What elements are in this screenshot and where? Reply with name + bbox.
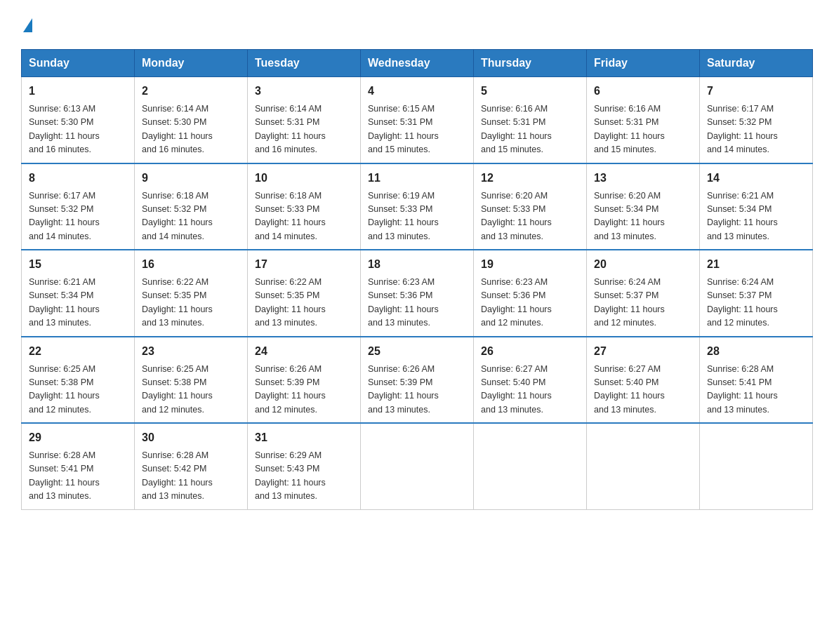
day-info: Sunrise: 6:22 AMSunset: 5:35 PMDaylight:… <box>142 276 240 330</box>
header-friday: Friday <box>587 50 700 77</box>
calendar-day-cell: 11 Sunrise: 6:19 AMSunset: 5:33 PMDaylig… <box>361 163 474 250</box>
day-number: 11 <box>368 170 466 187</box>
day-number: 5 <box>481 83 579 100</box>
day-number: 4 <box>368 83 466 100</box>
calendar-day-cell: 31 Sunrise: 6:29 AMSunset: 5:43 PMDaylig… <box>248 423 361 509</box>
calendar-day-cell <box>587 423 700 509</box>
day-info: Sunrise: 6:28 AMSunset: 5:41 PMDaylight:… <box>707 363 805 417</box>
day-info: Sunrise: 6:24 AMSunset: 5:37 PMDaylight:… <box>707 276 805 330</box>
day-info: Sunrise: 6:21 AMSunset: 5:34 PMDaylight:… <box>707 189 805 244</box>
calendar-day-cell: 12 Sunrise: 6:20 AMSunset: 5:33 PMDaylig… <box>474 163 587 250</box>
header-monday: Monday <box>135 50 248 77</box>
calendar-day-cell: 3 Sunrise: 6:14 AMSunset: 5:31 PMDayligh… <box>248 77 361 163</box>
calendar-day-cell: 28 Sunrise: 6:28 AMSunset: 5:41 PMDaylig… <box>700 337 813 424</box>
day-number: 27 <box>594 343 692 360</box>
calendar-week-row: 1 Sunrise: 6:13 AMSunset: 5:30 PMDayligh… <box>22 77 813 163</box>
calendar-day-cell: 15 Sunrise: 6:21 AMSunset: 5:34 PMDaylig… <box>22 250 135 337</box>
calendar-day-cell: 6 Sunrise: 6:16 AMSunset: 5:31 PMDayligh… <box>587 77 700 163</box>
calendar-day-cell: 10 Sunrise: 6:18 AMSunset: 5:33 PMDaylig… <box>248 163 361 250</box>
day-number: 23 <box>142 343 240 360</box>
header-sunday: Sunday <box>22 50 135 77</box>
calendar-day-cell: 23 Sunrise: 6:25 AMSunset: 5:38 PMDaylig… <box>135 337 248 424</box>
header-wednesday: Wednesday <box>361 50 474 77</box>
day-number: 6 <box>594 83 692 100</box>
calendar-day-cell: 29 Sunrise: 6:28 AMSunset: 5:41 PMDaylig… <box>22 423 135 509</box>
day-info: Sunrise: 6:13 AMSunset: 5:30 PMDaylight:… <box>29 102 127 157</box>
header-saturday: Saturday <box>700 50 813 77</box>
day-info: Sunrise: 6:20 AMSunset: 5:34 PMDaylight:… <box>594 189 692 244</box>
day-info: Sunrise: 6:16 AMSunset: 5:31 PMDaylight:… <box>594 102 692 157</box>
day-number: 25 <box>368 343 466 360</box>
day-number: 17 <box>255 256 353 273</box>
header-thursday: Thursday <box>474 50 587 77</box>
day-info: Sunrise: 6:24 AMSunset: 5:37 PMDaylight:… <box>594 276 692 330</box>
day-info: Sunrise: 6:28 AMSunset: 5:41 PMDaylight:… <box>29 449 127 504</box>
calendar-day-cell: 4 Sunrise: 6:15 AMSunset: 5:31 PMDayligh… <box>361 77 474 163</box>
calendar-day-cell: 1 Sunrise: 6:13 AMSunset: 5:30 PMDayligh… <box>22 77 135 163</box>
calendar-day-cell: 9 Sunrise: 6:18 AMSunset: 5:32 PMDayligh… <box>135 163 248 250</box>
calendar-week-row: 8 Sunrise: 6:17 AMSunset: 5:32 PMDayligh… <box>22 163 813 250</box>
calendar-week-row: 29 Sunrise: 6:28 AMSunset: 5:41 PMDaylig… <box>22 423 813 509</box>
day-info: Sunrise: 6:21 AMSunset: 5:34 PMDaylight:… <box>29 276 127 330</box>
day-number: 1 <box>29 83 127 100</box>
calendar-day-cell: 27 Sunrise: 6:27 AMSunset: 5:40 PMDaylig… <box>587 337 700 424</box>
calendar-day-cell: 17 Sunrise: 6:22 AMSunset: 5:35 PMDaylig… <box>248 250 361 337</box>
day-number: 29 <box>29 429 127 446</box>
day-info: Sunrise: 6:19 AMSunset: 5:33 PMDaylight:… <box>368 189 466 244</box>
day-info: Sunrise: 6:16 AMSunset: 5:31 PMDaylight:… <box>481 102 579 157</box>
day-info: Sunrise: 6:18 AMSunset: 5:32 PMDaylight:… <box>142 189 240 244</box>
calendar-day-cell: 16 Sunrise: 6:22 AMSunset: 5:35 PMDaylig… <box>135 250 248 337</box>
calendar-day-cell: 20 Sunrise: 6:24 AMSunset: 5:37 PMDaylig… <box>587 250 700 337</box>
day-info: Sunrise: 6:27 AMSunset: 5:40 PMDaylight:… <box>481 363 579 417</box>
day-info: Sunrise: 6:22 AMSunset: 5:35 PMDaylight:… <box>255 276 353 330</box>
day-number: 26 <box>481 343 579 360</box>
calendar-day-cell: 24 Sunrise: 6:26 AMSunset: 5:39 PMDaylig… <box>248 337 361 424</box>
day-info: Sunrise: 6:17 AMSunset: 5:32 PMDaylight:… <box>707 102 805 157</box>
day-info: Sunrise: 6:14 AMSunset: 5:30 PMDaylight:… <box>142 102 240 157</box>
calendar-day-cell: 2 Sunrise: 6:14 AMSunset: 5:30 PMDayligh… <box>135 77 248 163</box>
calendar-day-cell <box>474 423 587 509</box>
calendar-day-cell: 30 Sunrise: 6:28 AMSunset: 5:42 PMDaylig… <box>135 423 248 509</box>
day-number: 13 <box>594 170 692 187</box>
day-number: 3 <box>255 83 353 100</box>
calendar-week-row: 22 Sunrise: 6:25 AMSunset: 5:38 PMDaylig… <box>22 337 813 424</box>
day-number: 21 <box>707 256 805 273</box>
day-number: 24 <box>255 343 353 360</box>
day-info: Sunrise: 6:15 AMSunset: 5:31 PMDaylight:… <box>368 102 466 157</box>
calendar-day-cell <box>700 423 813 509</box>
calendar-header-row: SundayMondayTuesdayWednesdayThursdayFrid… <box>22 50 813 77</box>
day-number: 15 <box>29 256 127 273</box>
logo <box>21 14 32 35</box>
day-number: 8 <box>29 170 127 187</box>
day-number: 9 <box>142 170 240 187</box>
calendar-day-cell: 26 Sunrise: 6:27 AMSunset: 5:40 PMDaylig… <box>474 337 587 424</box>
calendar-day-cell: 8 Sunrise: 6:17 AMSunset: 5:32 PMDayligh… <box>22 163 135 250</box>
day-number: 14 <box>707 170 805 187</box>
calendar-week-row: 15 Sunrise: 6:21 AMSunset: 5:34 PMDaylig… <box>22 250 813 337</box>
day-number: 10 <box>255 170 353 187</box>
calendar-table: SundayMondayTuesdayWednesdayThursdayFrid… <box>21 49 813 510</box>
page-header <box>21 14 813 35</box>
day-info: Sunrise: 6:23 AMSunset: 5:36 PMDaylight:… <box>368 276 466 330</box>
calendar-day-cell <box>361 423 474 509</box>
day-number: 16 <box>142 256 240 273</box>
day-info: Sunrise: 6:17 AMSunset: 5:32 PMDaylight:… <box>29 189 127 244</box>
day-number: 2 <box>142 83 240 100</box>
day-info: Sunrise: 6:25 AMSunset: 5:38 PMDaylight:… <box>142 363 240 417</box>
day-number: 18 <box>368 256 466 273</box>
calendar-day-cell: 13 Sunrise: 6:20 AMSunset: 5:34 PMDaylig… <box>587 163 700 250</box>
calendar-day-cell: 21 Sunrise: 6:24 AMSunset: 5:37 PMDaylig… <box>700 250 813 337</box>
day-number: 22 <box>29 343 127 360</box>
day-number: 28 <box>707 343 805 360</box>
day-number: 12 <box>481 170 579 187</box>
day-number: 7 <box>707 83 805 100</box>
day-info: Sunrise: 6:23 AMSunset: 5:36 PMDaylight:… <box>481 276 579 330</box>
calendar-day-cell: 18 Sunrise: 6:23 AMSunset: 5:36 PMDaylig… <box>361 250 474 337</box>
calendar-day-cell: 14 Sunrise: 6:21 AMSunset: 5:34 PMDaylig… <box>700 163 813 250</box>
day-info: Sunrise: 6:29 AMSunset: 5:43 PMDaylight:… <box>255 449 353 504</box>
calendar-day-cell: 22 Sunrise: 6:25 AMSunset: 5:38 PMDaylig… <box>22 337 135 424</box>
day-info: Sunrise: 6:26 AMSunset: 5:39 PMDaylight:… <box>255 363 353 417</box>
day-number: 20 <box>594 256 692 273</box>
day-info: Sunrise: 6:27 AMSunset: 5:40 PMDaylight:… <box>594 363 692 417</box>
calendar-day-cell: 7 Sunrise: 6:17 AMSunset: 5:32 PMDayligh… <box>700 77 813 163</box>
